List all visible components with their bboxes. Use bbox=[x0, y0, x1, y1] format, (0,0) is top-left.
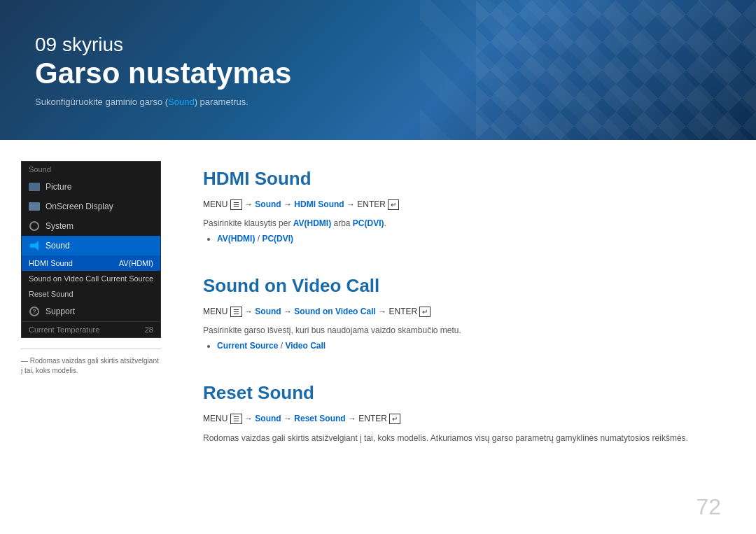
left-panel: Sound Picture OnScreen Display System S bbox=[0, 154, 182, 534]
support-icon: ? bbox=[29, 306, 40, 317]
divider bbox=[21, 349, 161, 349]
right-panel: HDMI Sound MENU ☰ → Sound → HDMI Sound →… bbox=[182, 154, 756, 534]
subtitle-highlight: Sound bbox=[168, 97, 195, 107]
sound-video-call-desc: Pasirinkite garso išvestį, kuri bus naud… bbox=[203, 324, 721, 337]
sound-icon bbox=[29, 240, 40, 251]
menu-item-support[interactable]: ? Support bbox=[22, 302, 160, 321]
menu-item-system-label: System bbox=[46, 221, 74, 231]
submenu-hdmi-value: AV(HDMI) bbox=[119, 259, 153, 267]
separator-2 bbox=[203, 361, 721, 375]
onscreen-icon bbox=[29, 201, 40, 212]
menu-header: Sound bbox=[22, 162, 160, 177]
submenu-reset-label: Reset Sound bbox=[29, 290, 74, 298]
menu-item-picture[interactable]: Picture bbox=[22, 177, 160, 197]
sound-video-call-path: MENU ☰ → Sound → Sound on Video Call → E… bbox=[203, 305, 721, 318]
menu-items: Picture OnScreen Display System Sound bbox=[22, 177, 160, 255]
menu-item-onscreen[interactable]: OnScreen Display bbox=[22, 197, 160, 216]
hdmi-sound-path: MENU ☰ → Sound → HDMI Sound → ENTER ↵ bbox=[203, 198, 721, 211]
temp-label: Current Temperature bbox=[29, 325, 99, 334]
menu-item-picture-label: Picture bbox=[46, 182, 71, 192]
bullet-av-hdmi: AV(HDMI) / PC(DVI) bbox=[217, 234, 721, 244]
header-banner: 09 skyrius Garso nustatymas Sukonfigūruo… bbox=[0, 0, 756, 140]
picture-icon bbox=[29, 181, 40, 192]
submenu-videocall-label: Sound on Video Call bbox=[29, 274, 99, 283]
submenu-videocall-value: Current Source bbox=[101, 274, 153, 283]
submenu-reset[interactable]: Reset Sound bbox=[22, 286, 160, 302]
sound-video-call-bullets: Current Source / Video Call bbox=[217, 341, 721, 351]
hdmi-sound-desc: Pasirinkite klausytis per AV(HDMI) arba … bbox=[203, 217, 721, 230]
submenu-hdmi-label: HDMI Sound bbox=[29, 259, 73, 267]
menu-item-sound-label: Sound bbox=[46, 241, 70, 251]
menu-header-label: Sound bbox=[29, 165, 51, 174]
reset-sound-desc: Rodomas vaizdas gali skirtis atsižvelgia… bbox=[203, 432, 721, 444]
hdmi-sound-title: HDMI Sound bbox=[203, 168, 721, 190]
main-content: Sound Picture OnScreen Display System S bbox=[0, 140, 756, 534]
reset-sound-path: MENU ☰ → Sound → Reset Sound → ENTER ↵ bbox=[203, 412, 721, 426]
hdmi-sound-bullets: AV(HDMI) / PC(DVI) bbox=[217, 234, 721, 244]
page-number: 72 bbox=[696, 494, 721, 520]
menu-item-sound[interactable]: Sound bbox=[22, 236, 160, 255]
bullet-current-source: Current Source / Video Call bbox=[217, 341, 721, 351]
menu-item-support-label: Support bbox=[46, 307, 75, 316]
section-sound-video-call: Sound on Video Call MENU ☰ → Sound → Sou… bbox=[203, 275, 721, 351]
separator-1 bbox=[203, 254, 721, 268]
reset-sound-title: Reset Sound bbox=[203, 382, 721, 404]
section-reset-sound: Reset Sound MENU ☰ → Sound → Reset Sound… bbox=[203, 382, 721, 444]
sound-video-call-title: Sound on Video Call bbox=[203, 275, 721, 297]
section-hdmi-sound: HDMI Sound MENU ☰ → Sound → HDMI Sound →… bbox=[203, 168, 721, 244]
subtitle-before: Sukonfigūruokite gaminio garso ( bbox=[35, 97, 168, 107]
temp-value: 28 bbox=[145, 325, 153, 334]
decorative-pattern bbox=[476, 0, 756, 140]
menu-temperature: Current Temperature 28 bbox=[22, 321, 160, 337]
menu-item-onscreen-label: OnScreen Display bbox=[46, 202, 113, 211]
footnote: — Rodomas vaizdas gali skirtis atsižvelg… bbox=[21, 356, 161, 376]
subtitle-after: ) parametrus. bbox=[195, 97, 248, 107]
submenu-hdmi[interactable]: HDMI Sound AV(HDMI) bbox=[22, 255, 160, 271]
menu-screenshot: Sound Picture OnScreen Display System S bbox=[21, 161, 161, 338]
menu-item-system[interactable]: System bbox=[22, 216, 160, 236]
submenu-videocall[interactable]: Sound on Video Call Current Source bbox=[22, 271, 160, 286]
system-icon bbox=[29, 220, 40, 232]
